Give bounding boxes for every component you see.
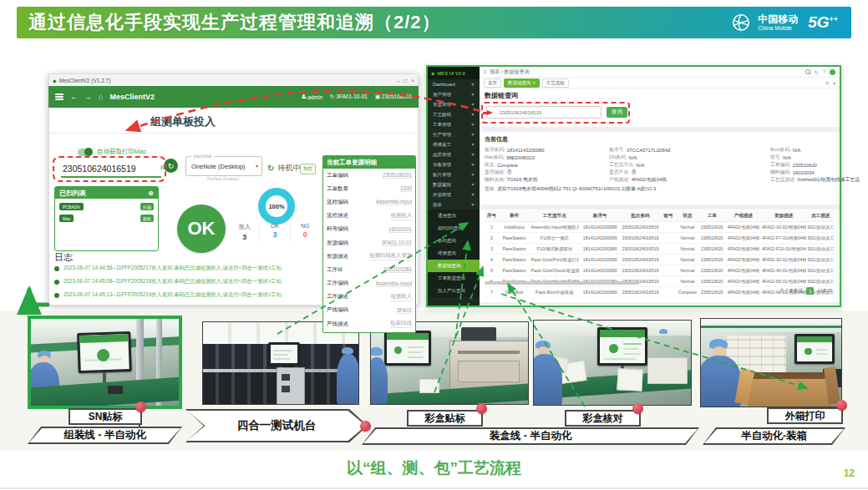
submenu-item-active[interactable]: 数据链查询 <box>428 260 480 272</box>
home-button[interactable]: ⌂ <box>99 93 103 101</box>
sidebar-item[interactable]: 外协管理 <box>428 189 480 200</box>
printer-select[interactable]: 当前打印机 OneNote (Desktop) ▾ <box>185 156 262 176</box>
reprint-button[interactable]: 补打 <box>300 164 316 174</box>
refresh-icon[interactable]: ↻ <box>815 69 819 75</box>
scanned-list-panel: 已扫列表 ⊗ PCBASN 扫描 Mac 获取 <box>54 186 159 251</box>
screen-title: 组测单板投入 <box>49 114 317 129</box>
sidebar-item[interactable]: 品质管理 <box>428 149 480 159</box>
table-header-cell: 状态 <box>677 210 698 222</box>
refresh-tabs-icon[interactable]: ↻ <box>825 80 830 86</box>
tab-home[interactable]: 首页 <box>484 78 501 88</box>
resource-field: 工单数量 1000 <box>323 182 415 195</box>
table-header-cell: 批次条码 <box>621 210 659 222</box>
close-panel-icon[interactable]: ⊗ <box>148 189 154 197</box>
slide-header: 通过信息化手段实现生产过程管理和追溯（2/2） 中国移动 China Mobil… <box>17 7 851 38</box>
table-row[interactable]: 5PassStation Pack-ColorCheck/彩盒核对1814114… <box>485 265 835 276</box>
info-field: 物料编码:16010034 <box>770 169 860 176</box>
sidebar-item[interactable]: 生产管理 <box>428 129 480 139</box>
count-ok: 3 <box>260 230 289 239</box>
submenu-item[interactable]: 工单数据查询 <box>428 272 480 285</box>
submenu-item[interactable]: 箱码SN查询 <box>428 222 480 235</box>
sidebar-item[interactable]: Dashboard <box>428 79 480 89</box>
tab-process-flow[interactable]: 工艺流程 <box>542 78 569 88</box>
sidebar-item[interactable]: 维修返工 <box>428 139 480 149</box>
submenu-item[interactable]: 投入产出查询 <box>428 285 480 297</box>
collapse-menu-icon[interactable]: ≡ <box>484 69 487 74</box>
brand-area: 中国移动 China Mobile 5G++ <box>731 13 851 33</box>
stage-assembly-line: 组装线 - 半自动化 <box>28 427 182 444</box>
count-input: 3 <box>230 233 259 241</box>
resource-detail-panel: 当前工单资源明细 工单编码 2305106201 工单数量 1000 流程编码 … <box>322 155 416 333</box>
resource-field: 工单编码 2305106201 <box>323 169 415 182</box>
user-icon <box>302 94 307 99</box>
current-info-card: 当前信息 板序条码:18141143200080Mac条码:88ED045023… <box>480 132 840 205</box>
station-badge[interactable]: ↻ 3FA01-10-01 <box>330 93 368 100</box>
user-badge[interactable]: admin <box>302 94 323 100</box>
avatar[interactable] <box>830 69 835 75</box>
scan-action-button[interactable]: 获取 <box>140 215 154 222</box>
maximize-button[interactable]: □ <box>404 78 407 83</box>
page-1-button[interactable]: 1 <box>806 287 814 295</box>
app-icon: ◆ <box>53 78 57 83</box>
help-icon[interactable]: ? <box>823 69 825 74</box>
chevron-down-icon <box>471 154 475 156</box>
resource-field: 流程编码 Assembly-input <box>323 195 415 209</box>
close-tab-icon[interactable]: × <box>533 80 536 85</box>
info-field: 产线描述:4FA02/包装04线 <box>609 176 671 184</box>
sidebar-item[interactable]: 工单管理 <box>428 119 480 129</box>
info-field: 是否不良:否 <box>609 169 671 176</box>
table-row[interactable]: 2PassStation F1/四合一测试18141143200080 2305… <box>485 233 835 244</box>
info-field: 物料名称:TG916 电表箱 <box>485 176 545 184</box>
sidebar-item[interactable]: 贴片管理 <box>428 169 480 179</box>
order-badge[interactable]: ▣ 2305106201 <box>375 93 412 100</box>
chevron-down-icon <box>471 104 475 106</box>
breadcrumb: 报表 / 数据链查询 <box>490 68 530 76</box>
log-entry: 2023-06-07 14:45:13--11FFF2005219投入返回:条码… <box>54 291 317 299</box>
resource-field: 料号编码 16010001 <box>323 223 415 236</box>
datachain-table: 序号事件工艺流节点板序号批次条码箱号状态工单产线描述资源描述员工描述 1Init… <box>485 210 835 298</box>
sidebar-item[interactable]: 设备管理 <box>428 159 480 169</box>
sidebar-item[interactable]: 用户管理 <box>428 89 480 99</box>
search-icon[interactable] <box>805 69 810 74</box>
submenu-item[interactable]: 条码查询 <box>428 235 480 247</box>
sidebar-item[interactable]: 报表 <box>428 200 480 210</box>
close-button[interactable]: × <box>411 78 414 83</box>
chevron-down-icon <box>471 184 475 186</box>
table-row[interactable]: 1InitialInput Assembly-Input/组测投入1814114… <box>485 222 835 233</box>
scan-action-button[interactable]: 扫描 <box>140 203 154 210</box>
info-field: 板序号:3TCCA5717L1D84Z <box>609 146 671 154</box>
standby-status: ↻ 待机中 <box>267 163 300 174</box>
info-field: 工艺流节点:N/A <box>609 161 671 169</box>
sidebar-item[interactable]: 数据规则 <box>428 179 480 189</box>
info-field: 工艺流描述:finished01/组测包线体工艺流 <box>770 176 860 184</box>
page-size-select[interactable]: 10条/页 <box>817 288 833 294</box>
log-dot-icon <box>54 293 59 298</box>
table-row[interactable]: 4PassStation Pack-ColorPrint/彩盒打印1814114… <box>485 255 835 265</box>
menu-icon[interactable] <box>55 92 63 101</box>
table-row[interactable]: 3PassStation F10/测试数据核对18141143200080 23… <box>485 244 835 255</box>
datachain-table-card: 序号事件工艺流节点板序号批次条码箱号状态工单产线描述资源描述员工描述 1Init… <box>480 210 840 302</box>
query-card: 数据链查询 查询 <box>480 88 840 127</box>
slide: 通过信息化手段实现生产过程管理和追溯（2/2） 中国移动 China Mobil… <box>0 0 868 490</box>
red-dot-marker <box>360 421 371 432</box>
scan-chip: Mac <box>59 215 74 222</box>
submenu-item[interactable]: 维修查询 <box>428 247 480 260</box>
tab-options-icon[interactable]: ▾ <box>833 80 835 86</box>
table-header-cell: 工艺流节点 <box>530 210 579 222</box>
chevron-down-icon <box>471 83 475 86</box>
table-header-cell: 事件 <box>499 210 530 222</box>
back-button[interactable]: ← <box>70 93 78 101</box>
horizontal-scrollbar[interactable] <box>485 281 639 285</box>
tab-datachain-query[interactable]: 数据链查询× <box>504 78 540 88</box>
submenu-item[interactable]: 通用查询 <box>428 210 480 222</box>
sidebar-item[interactable]: 资源管理 <box>428 99 480 109</box>
photo-sn-labeling <box>28 316 182 409</box>
chevron-down-icon <box>471 134 475 136</box>
minimize-button[interactable]: – <box>397 78 400 83</box>
auto-print-toggle[interactable] <box>78 149 93 156</box>
sidebar-item[interactable]: 工艺路线 <box>428 109 480 119</box>
spec-field: 规格:虚拟TG916电表箱400W残码2 T51 Qi 400W|T51I-H3… <box>485 185 656 193</box>
forward-button[interactable]: → <box>84 93 92 101</box>
sidebar-submenu: 通用查询 箱码SN查询 条码查询 维修查询 数据链查询 工单数据查询 投入产出查… <box>428 210 480 297</box>
table-header-cell: 产线描述 <box>726 210 761 222</box>
